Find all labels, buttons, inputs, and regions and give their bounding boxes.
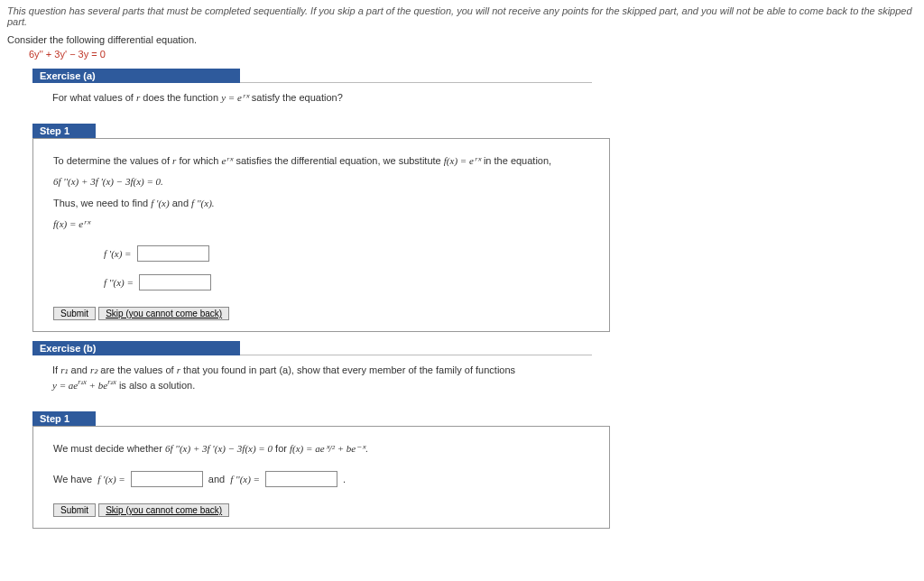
exercise-a-header: Exercise (a) [32, 69, 592, 83]
fpp-input[interactable] [139, 274, 211, 290]
step1a-line2: Thus, we need to find f '(x) and f ''(x)… [53, 196, 589, 212]
txt: is also a solution. [116, 380, 195, 391]
txt: satisfies the differential equation, we … [233, 155, 443, 166]
exercise-b-label: Exercise (b) [32, 341, 123, 355]
fpp: f ''(x). [191, 198, 214, 208]
fx-line: f(x) = eʳˣ [53, 217, 589, 233]
fam-sup1: r₁x [78, 378, 87, 386]
txt: Thus, we need to find [53, 198, 151, 208]
txt: that you found in part (a), show that ev… [180, 364, 515, 375]
fam-b: + be [87, 380, 107, 391]
have-row: We have f '(x) = and f ''(x) = . [53, 471, 589, 487]
eq: 6f ''(x) + 3f '(x) − 3f(x) = 0. [53, 176, 163, 187]
txt: We must decide whether [53, 443, 165, 454]
q-text: For what values of [52, 92, 136, 103]
q-fn: y = eʳˣ [221, 92, 249, 103]
step1a-eq: 6f ''(x) + 3f '(x) − 3f(x) = 0. [53, 174, 589, 190]
skip-button[interactable]: Skip (you cannot come back) [98, 503, 229, 517]
fam-sup2: r₂x [107, 378, 116, 386]
differential-equation: 6y'' + 3y' − 3y = 0 [29, 49, 917, 60]
exercise-b-header: Exercise (b) [32, 341, 592, 355]
button-row-b: Submit Skip (you cannot come back) [53, 503, 589, 517]
period: . [343, 474, 346, 484]
header-bar [123, 69, 240, 83]
fpp-lbl: f ''(x) = [230, 474, 260, 484]
header-bar [123, 341, 240, 355]
txt: and [208, 474, 225, 484]
txt: We have [53, 474, 92, 484]
fp: f '(x) [151, 198, 169, 208]
step1b-line1: We must decide whether 6f ''(x) + 3f '(x… [53, 441, 589, 457]
q-text: does the function [140, 92, 221, 103]
txt: are the values of [97, 364, 176, 375]
fam-a: y = ae [52, 380, 78, 391]
exercise-a-question: For what values of r does the function y… [52, 90, 630, 106]
step1a-box: To determine the values of r for which e… [32, 138, 610, 332]
prompt: Consider the following differential equa… [7, 34, 917, 45]
exercise-b-text: If r₁ and r₂ are the values of r that yo… [52, 363, 630, 393]
txt: and [68, 364, 89, 375]
txt: If [52, 364, 60, 375]
txt: To determine the values of [53, 155, 172, 166]
txt: in the equation, [481, 155, 551, 166]
step1b-box: We must decide whether 6f ''(x) + 3f '(x… [32, 426, 610, 530]
step1b-header: Step 1 [32, 411, 96, 426]
fx-sub: f(x) = eʳˣ [444, 155, 481, 166]
erx: eʳˣ [222, 155, 234, 166]
fprime-row: f '(x) = [104, 245, 589, 262]
fx-lhs: f(x) = [53, 218, 79, 229]
fpp-label: f ''(x) = [104, 277, 134, 288]
skip-button[interactable]: Skip (you cannot come back) [98, 307, 229, 320]
fprime-input[interactable] [137, 245, 209, 262]
submit-button[interactable]: Submit [53, 503, 96, 517]
txt: for which [176, 155, 221, 166]
fpp-input-b[interactable] [265, 471, 337, 487]
sequential-warning: This question has several parts that mus… [7, 5, 917, 27]
exercise-a-label: Exercise (a) [32, 69, 123, 83]
txt: and [170, 198, 191, 208]
step1a-line1: To determine the values of r for which e… [53, 153, 589, 170]
q-text: satisfy the equation? [249, 92, 343, 103]
step1a-header: Step 1 [32, 124, 96, 138]
fpp-row: f ''(x) = [104, 274, 589, 290]
fprime-input-b[interactable] [131, 471, 203, 487]
submit-button[interactable]: Submit [53, 307, 96, 320]
fx-rhs: eʳˣ [79, 218, 90, 229]
r2: r₂ [90, 364, 97, 375]
fx: f(x) = aeˣ/² + be⁻ˣ. [290, 443, 368, 454]
txt: for [273, 443, 290, 454]
fp-lbl: f '(x) = [97, 474, 125, 484]
fprime-label: f '(x) = [104, 248, 132, 259]
header-underline [240, 341, 592, 355]
header-underline [240, 69, 592, 83]
eq: 6f ''(x) + 3f '(x) − 3f(x) = 0 [165, 443, 273, 454]
button-row-a: Submit Skip (you cannot come back) [53, 307, 589, 320]
